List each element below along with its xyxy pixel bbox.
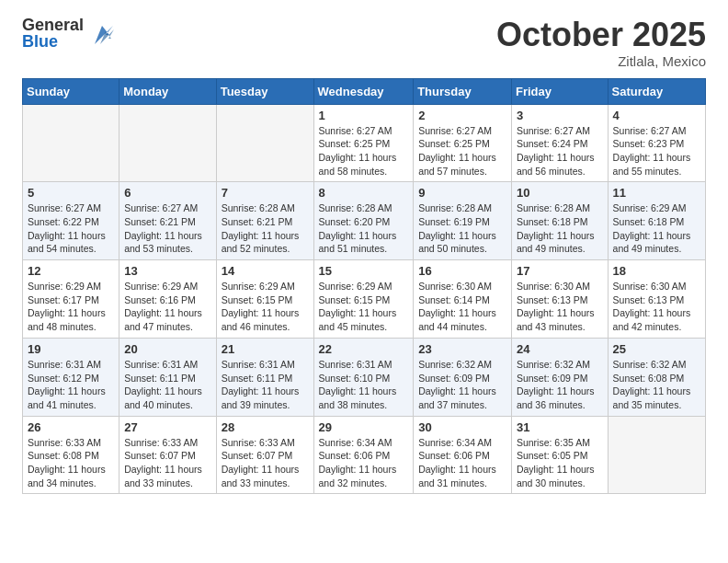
day-cell: 16Sunrise: 6:30 AM Sunset: 6:14 PM Dayli… [414,260,512,339]
day-number: 19 [28,342,114,356]
day-info: Sunrise: 6:27 AM Sunset: 6:24 PM Dayligh… [517,124,603,178]
day-info: Sunrise: 6:30 AM Sunset: 6:13 PM Dayligh… [613,280,700,334]
day-info: Sunrise: 6:28 AM Sunset: 6:21 PM Dayligh… [222,201,309,256]
header: General Blue October 2025 Zitlala, Mexic… [22,17,706,69]
day-cell: 15Sunrise: 6:29 AM Sunset: 6:15 PM Dayli… [313,260,414,339]
day-cell: 26Sunrise: 6:33 AM Sunset: 6:08 PM Dayli… [23,416,119,494]
day-number: 21 [222,342,309,356]
day-number: 4 [613,109,700,122]
day-header-tuesday: Tuesday [216,78,313,104]
day-info: Sunrise: 6:33 AM Sunset: 6:07 PM Dayligh… [222,436,309,490]
logo-text: General Blue [22,17,84,50]
day-cell [119,104,216,182]
day-info: Sunrise: 6:29 AM Sunset: 6:17 PM Dayligh… [28,280,114,334]
day-info: Sunrise: 6:33 AM Sunset: 6:07 PM Dayligh… [124,436,210,490]
day-info: Sunrise: 6:34 AM Sunset: 6:06 PM Dayligh… [319,436,409,490]
day-cell: 1Sunrise: 6:27 AM Sunset: 6:25 PM Daylig… [313,104,414,182]
day-cell: 18Sunrise: 6:30 AM Sunset: 6:13 PM Dayli… [608,260,705,339]
day-info: Sunrise: 6:29 AM Sunset: 6:15 PM Dayligh… [222,280,309,334]
day-info: Sunrise: 6:28 AM Sunset: 6:20 PM Dayligh… [319,201,409,256]
day-cell [23,104,119,182]
day-cell: 23Sunrise: 6:32 AM Sunset: 6:09 PM Dayli… [414,338,512,416]
day-info: Sunrise: 6:35 AM Sunset: 6:05 PM Dayligh… [517,436,603,490]
day-number: 2 [418,109,506,122]
day-info: Sunrise: 6:27 AM Sunset: 6:25 PM Dayligh… [418,124,506,178]
day-number: 27 [124,420,210,434]
day-info: Sunrise: 6:27 AM Sunset: 6:23 PM Dayligh… [613,124,700,178]
header-row: SundayMondayTuesdayWednesdayThursdayFrid… [23,78,706,104]
day-number: 10 [517,186,603,200]
day-cell: 2Sunrise: 6:27 AM Sunset: 6:25 PM Daylig… [414,104,512,182]
day-header-thursday: Thursday [414,78,512,104]
day-info: Sunrise: 6:31 AM Sunset: 6:12 PM Dayligh… [28,358,114,412]
day-cell: 6Sunrise: 6:27 AM Sunset: 6:21 PM Daylig… [119,182,216,260]
day-cell: 19Sunrise: 6:31 AM Sunset: 6:12 PM Dayli… [23,338,119,416]
day-info: Sunrise: 6:32 AM Sunset: 6:09 PM Dayligh… [517,358,603,412]
day-number: 28 [222,420,309,434]
day-number: 26 [28,420,114,434]
day-info: Sunrise: 6:30 AM Sunset: 6:14 PM Dayligh… [418,280,506,334]
day-cell: 31Sunrise: 6:35 AM Sunset: 6:05 PM Dayli… [511,416,608,494]
location: Zitlala, Mexico [496,53,706,69]
day-header-sunday: Sunday [23,78,119,104]
day-cell: 22Sunrise: 6:31 AM Sunset: 6:10 PM Dayli… [313,338,414,416]
day-info: Sunrise: 6:32 AM Sunset: 6:08 PM Dayligh… [613,358,700,412]
day-header-monday: Monday [119,78,216,104]
day-cell: 27Sunrise: 6:33 AM Sunset: 6:07 PM Dayli… [119,416,216,494]
calendar: SundayMondayTuesdayWednesdayThursdayFrid… [22,78,706,495]
week-row-3: 19Sunrise: 6:31 AM Sunset: 6:12 PM Dayli… [23,338,706,416]
day-number: 17 [517,264,603,278]
day-info: Sunrise: 6:32 AM Sunset: 6:09 PM Dayligh… [418,358,506,412]
logo-general: General [22,17,84,33]
day-cell [608,416,705,494]
day-cell: 9Sunrise: 6:28 AM Sunset: 6:19 PM Daylig… [414,182,512,260]
day-info: Sunrise: 6:34 AM Sunset: 6:06 PM Dayligh… [418,436,506,490]
day-cell: 17Sunrise: 6:30 AM Sunset: 6:13 PM Dayli… [511,260,608,339]
day-cell: 24Sunrise: 6:32 AM Sunset: 6:09 PM Dayli… [511,338,608,416]
title-area: October 2025 Zitlala, Mexico [496,17,706,69]
day-number: 29 [319,420,409,434]
day-header-wednesday: Wednesday [313,78,414,104]
day-cell: 3Sunrise: 6:27 AM Sunset: 6:24 PM Daylig… [511,104,608,182]
day-number: 24 [517,342,603,356]
day-number: 7 [222,186,309,200]
day-number: 23 [418,342,506,356]
day-info: Sunrise: 6:27 AM Sunset: 6:21 PM Dayligh… [124,201,210,256]
week-row-0: 1Sunrise: 6:27 AM Sunset: 6:25 PM Daylig… [23,104,706,182]
day-cell: 21Sunrise: 6:31 AM Sunset: 6:11 PM Dayli… [216,338,313,416]
day-info: Sunrise: 6:29 AM Sunset: 6:15 PM Dayligh… [319,280,409,334]
day-cell: 5Sunrise: 6:27 AM Sunset: 6:22 PM Daylig… [23,182,119,260]
day-header-saturday: Saturday [608,78,705,104]
day-cell [216,104,313,182]
day-cell: 28Sunrise: 6:33 AM Sunset: 6:07 PM Dayli… [216,416,313,494]
week-row-4: 26Sunrise: 6:33 AM Sunset: 6:08 PM Dayli… [23,416,706,494]
day-number: 31 [517,420,603,434]
day-info: Sunrise: 6:29 AM Sunset: 6:18 PM Dayligh… [613,201,700,256]
day-header-friday: Friday [511,78,608,104]
day-cell: 10Sunrise: 6:28 AM Sunset: 6:18 PM Dayli… [511,182,608,260]
day-cell: 30Sunrise: 6:34 AM Sunset: 6:06 PM Dayli… [414,416,512,494]
logo: General Blue [22,17,117,50]
day-number: 13 [124,264,210,278]
week-row-1: 5Sunrise: 6:27 AM Sunset: 6:22 PM Daylig… [23,182,706,260]
day-info: Sunrise: 6:31 AM Sunset: 6:11 PM Dayligh… [222,358,309,412]
page: General Blue October 2025 Zitlala, Mexic… [0,0,728,563]
day-number: 9 [418,186,506,200]
day-cell: 14Sunrise: 6:29 AM Sunset: 6:15 PM Dayli… [216,260,313,339]
day-number: 6 [124,186,210,200]
day-number: 25 [613,342,700,356]
day-info: Sunrise: 6:28 AM Sunset: 6:18 PM Dayligh… [517,201,603,256]
week-row-2: 12Sunrise: 6:29 AM Sunset: 6:17 PM Dayli… [23,260,706,339]
day-cell: 4Sunrise: 6:27 AM Sunset: 6:23 PM Daylig… [608,104,705,182]
month-title: October 2025 [496,17,706,53]
day-number: 12 [28,264,114,278]
day-number: 5 [28,186,114,200]
day-cell: 7Sunrise: 6:28 AM Sunset: 6:21 PM Daylig… [216,182,313,260]
day-number: 15 [319,264,409,278]
day-info: Sunrise: 6:31 AM Sunset: 6:10 PM Dayligh… [319,358,409,412]
day-info: Sunrise: 6:27 AM Sunset: 6:22 PM Dayligh… [28,201,114,256]
day-number: 22 [319,342,409,356]
day-cell: 8Sunrise: 6:28 AM Sunset: 6:20 PM Daylig… [313,182,414,260]
day-number: 8 [319,186,409,200]
day-number: 14 [222,264,309,278]
